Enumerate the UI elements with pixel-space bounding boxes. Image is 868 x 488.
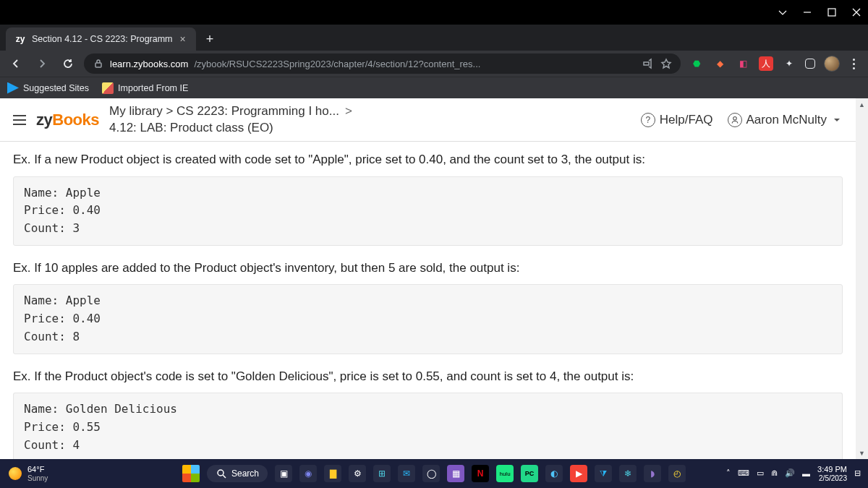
extension-icon[interactable]: ◆ [712,56,727,71]
settings-icon[interactable]: ⚙ [349,465,366,482]
url-host: learn.zybooks.com [110,59,188,69]
address-bar[interactable]: learn.zybooks.com/zybook/RSUCS2223Spring… [84,53,681,74]
page-content: Ex. If a new Product object is created w… [0,142,856,459]
chevron-down-icon[interactable] [777,7,788,18]
profile-avatar[interactable] [824,56,840,72]
section-title: 4.12: LAB: Product class (EO) [109,120,352,137]
mail-icon[interactable]: ✉ [398,465,415,482]
zybooks-logo[interactable]: zyBooks [36,111,99,129]
extension-icon[interactable] [805,59,815,69]
hulu-icon[interactable]: hulu [496,465,514,482]
taskbar-search[interactable]: Search [207,465,268,482]
shield-icon[interactable]: ⬣ [689,56,704,71]
lock-icon [93,58,104,69]
app-icon[interactable]: ◗ [644,465,661,482]
breadcrumb-path[interactable]: My library > CS 2223: Programming I ho..… [109,103,339,120]
back-button[interactable] [6,53,26,74]
vertical-scrollbar[interactable]: ▲ ▼ [856,98,868,459]
svg-point-8 [218,470,224,476]
logo-part-books: Books [52,111,99,129]
store-icon[interactable]: ⊞ [373,465,391,482]
battery-icon[interactable]: ▬ [802,469,810,478]
star-icon[interactable] [660,58,672,69]
weather-condition: Sunny [27,474,48,482]
logo-part-zy: zy [36,111,52,129]
app-icon[interactable]: ◴ [668,465,686,482]
file-explorer-icon[interactable]: ▇ [324,465,341,482]
minimize-icon[interactable] [801,7,813,18]
notifications-icon[interactable]: ⊟ [854,468,861,478]
window-titlebar [0,0,868,25]
system-tray: ˄ ⌨ ▭ ⋒ 🔊 ▬ 3:49 PM 2/5/2023 ⊟ [719,465,868,482]
adobe-icon[interactable]: 人 [759,56,773,71]
url-path: /zybook/RSUCS2223Spring2023/chapter/4/se… [194,59,480,69]
chrome-icon[interactable]: ◯ [422,465,440,482]
hamburger-menu-icon[interactable] [13,115,26,125]
task-view-icon[interactable]: ▣ [275,465,292,482]
weather-widget[interactable]: 64°F Sunny [0,465,56,481]
extension-icon[interactable]: ◧ [736,56,750,71]
bookmark-suggested-sites[interactable]: Suggested Sites [7,82,89,94]
clock[interactable]: 3:49 PM 2/5/2023 [817,465,847,482]
folder-icon [102,82,114,94]
chat-icon[interactable]: ◉ [299,465,317,482]
paragraph: Ex. If a new Product object is created w… [13,150,843,169]
question-icon: ? [641,113,655,127]
chevron-right-icon: > [345,103,352,120]
user-menu[interactable]: Aaron McNulty [728,113,843,127]
vscode-icon[interactable]: ⧩ [595,465,612,482]
scroll-down-arrow-icon[interactable]: ▼ [856,447,868,459]
breadcrumb: My library > CS 2223: Programming I ho..… [109,103,352,137]
bookmark-label: Imported From IE [118,83,188,93]
bookmarks-bar: Suggested Sites Imported From IE [0,77,868,98]
paragraph: Ex. If the Product object's code is set … [13,367,843,386]
code-output: Name: Golden Delicious Price: 0.55 Count… [13,393,843,459]
person-icon [728,113,742,127]
svg-marker-5 [662,59,671,68]
close-icon[interactable] [851,7,862,18]
help-label: Help/FAQ [660,113,713,127]
tab-close-icon[interactable]: × [179,33,187,45]
search-icon [216,468,227,479]
scroll-up-arrow-icon[interactable]: ▲ [856,98,868,111]
reload-button[interactable] [58,53,78,74]
extensions-puzzle-icon[interactable]: ✦ [782,56,796,71]
svg-line-9 [223,475,226,478]
maximize-icon[interactable] [826,7,838,18]
app-icon[interactable]: ❄ [619,465,637,482]
sun-icon [9,467,22,480]
bookmark-imported-ie[interactable]: Imported From IE [102,82,188,94]
app-icon[interactable]: ▦ [447,465,464,482]
code-output: Name: Apple Price: 0.40 Count: 3 [13,176,843,246]
tab-strip: zy Section 4.12 - CS 2223: Programm × + [0,25,868,51]
tray-overflow-icon[interactable]: ˄ [726,468,731,478]
wifi-icon[interactable]: ⋒ [771,468,778,478]
zybooks-header: zyBooks My library > CS 2223: Programmin… [0,98,856,142]
share-icon[interactable] [642,58,653,69]
paragraph: Ex. If 10 apples are added to the Produc… [13,259,843,278]
start-button[interactable] [182,465,200,482]
tab-title: Section 4.12 - CS 2223: Programm [32,34,173,44]
volume-icon[interactable]: 🔊 [785,468,795,478]
play-icon [7,82,19,94]
app-icon[interactable]: ◐ [545,465,563,482]
browser-tab[interactable]: zy Section 4.12 - CS 2223: Programm × [6,27,196,51]
browser-menu-icon[interactable] [848,59,859,69]
forward-button[interactable] [32,53,52,74]
tray-icon[interactable]: ▭ [757,468,764,478]
pycharm-icon[interactable]: PC [521,465,538,482]
netflix-icon[interactable]: N [472,465,489,482]
help-faq-link[interactable]: ? Help/FAQ [641,113,713,127]
keyboard-icon[interactable]: ⌨ [738,468,749,478]
svg-marker-7 [834,119,840,121]
clock-date: 2/5/2023 [817,474,847,483]
page-viewport: zyBooks My library > CS 2223: Programmin… [0,98,868,459]
weather-temp: 64°F [27,465,48,474]
scroll-track[interactable] [856,111,868,447]
browser-toolbar: learn.zybooks.com/zybook/RSUCS2223Spring… [0,51,868,77]
svg-point-6 [733,116,736,120]
search-label: Search [231,468,259,479]
new-tab-button[interactable]: + [196,27,224,51]
code-output: Name: Apple Price: 0.40 Count: 8 [13,284,843,354]
app-icon[interactable]: ▶ [570,465,587,482]
